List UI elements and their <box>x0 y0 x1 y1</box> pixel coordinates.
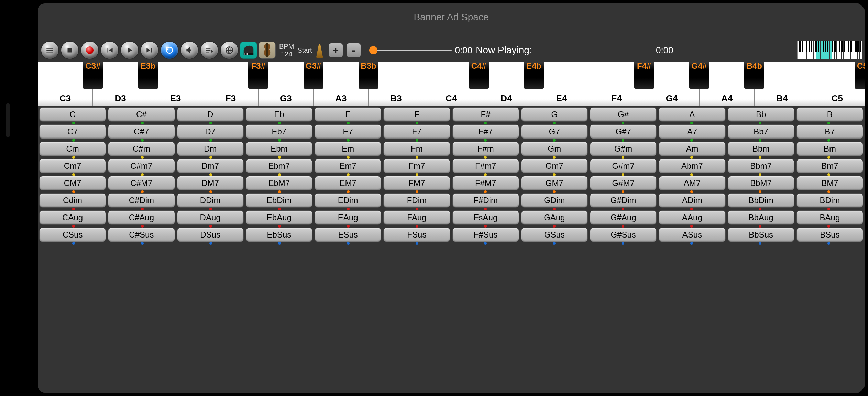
chord-button-F#Sus[interactable]: F#Sus <box>452 228 519 242</box>
chord-button-C#7[interactable]: C#7 <box>108 124 175 139</box>
play-button[interactable] <box>120 41 139 59</box>
volume-button[interactable] <box>180 41 199 59</box>
chord-button-G#m[interactable]: G#m <box>590 142 657 156</box>
chord-button-B[interactable]: B <box>796 107 863 122</box>
chord-button-Ebm7[interactable]: Ebm7 <box>246 159 312 173</box>
chord-button-Ebm[interactable]: Ebm <box>246 142 312 156</box>
chord-button-F#m[interactable]: F#m <box>452 142 519 156</box>
chord-button-G7[interactable]: G7 <box>521 124 588 139</box>
chord-button-DM7[interactable]: DM7 <box>177 176 244 190</box>
metronome-icon[interactable] <box>315 43 325 58</box>
black-key-B3b[interactable]: B3b <box>359 62 378 89</box>
instrument-strings-button[interactable] <box>259 42 276 59</box>
black-key-E4b[interactable]: E4b <box>524 62 544 89</box>
chord-button-F[interactable]: F <box>383 107 450 122</box>
chord-button-B7[interactable]: B7 <box>796 124 863 139</box>
bpm-minus-button[interactable]: - <box>347 43 361 57</box>
chord-button-ASus[interactable]: ASus <box>659 228 725 242</box>
chord-button-G#m7[interactable]: G#m7 <box>590 159 657 173</box>
chord-button-AAug[interactable]: AAug <box>659 210 725 225</box>
chord-button-FsAug[interactable]: FsAug <box>452 210 519 225</box>
chord-button-GDim[interactable]: GDim <box>521 193 588 208</box>
chord-button-E7[interactable]: E7 <box>315 124 381 139</box>
chord-button-C[interactable]: C <box>39 107 106 122</box>
black-key-F4#[interactable]: F4# <box>634 62 654 89</box>
chord-button-BbDim[interactable]: BbDim <box>728 193 794 208</box>
chord-button-GM7[interactable]: GM7 <box>521 176 588 190</box>
chord-button-ESus[interactable]: ESus <box>315 228 381 242</box>
chord-button-DSus[interactable]: DSus <box>177 228 244 242</box>
chord-button-Fm[interactable]: Fm <box>383 142 450 156</box>
chord-button-EAug[interactable]: EAug <box>315 210 381 225</box>
record-button[interactable] <box>80 41 99 59</box>
chord-button-BDim[interactable]: BDim <box>796 193 863 208</box>
chord-button-C#Sus[interactable]: C#Sus <box>108 228 175 242</box>
chord-button-BM7[interactable]: BM7 <box>796 176 863 190</box>
chord-button-C#m7[interactable]: C#m7 <box>108 159 175 173</box>
chord-button-D[interactable]: D <box>177 107 244 122</box>
chord-button-ADim[interactable]: ADim <box>659 193 725 208</box>
stop-button[interactable] <box>61 41 79 59</box>
chord-button-Cdim[interactable]: Cdim <box>39 193 106 208</box>
chord-button-Em7[interactable]: Em7 <box>315 159 381 173</box>
chord-button-F#[interactable]: F# <box>452 107 519 122</box>
chord-button-EbM7[interactable]: EbM7 <box>246 176 312 190</box>
chord-button-C#Dim[interactable]: C#Dim <box>108 193 175 208</box>
black-key-C3#[interactable]: C3# <box>83 62 103 89</box>
chord-button-Em[interactable]: Em <box>315 142 381 156</box>
web-button[interactable] <box>220 41 239 59</box>
chord-button-G#Aug[interactable]: G#Aug <box>590 210 657 225</box>
chord-button-C#m[interactable]: C#m <box>108 142 175 156</box>
chord-button-F#Dim[interactable]: F#Dim <box>452 193 519 208</box>
chord-button-BSus[interactable]: BSus <box>796 228 863 242</box>
black-key-G3#[interactable]: G3# <box>304 62 323 89</box>
chord-button-C#[interactable]: C# <box>108 107 175 122</box>
instrument-piano-button[interactable] <box>240 42 257 59</box>
chord-button-C#M7[interactable]: C#M7 <box>108 176 175 190</box>
chord-button-DDim[interactable]: DDim <box>177 193 244 208</box>
chord-button-GSus[interactable]: GSus <box>521 228 588 242</box>
chord-button-Fm7[interactable]: Fm7 <box>383 159 450 173</box>
black-key-G4#[interactable]: G4# <box>689 62 709 89</box>
chord-button-Eb7[interactable]: Eb7 <box>246 124 312 139</box>
chord-button-BbM7[interactable]: BbM7 <box>728 176 794 190</box>
chord-button-G#M7[interactable]: G#M7 <box>590 176 657 190</box>
chord-button-Eb[interactable]: Eb <box>246 107 312 122</box>
chord-button-CAug[interactable]: CAug <box>39 210 106 225</box>
chord-button-Bb[interactable]: Bb <box>728 107 794 122</box>
black-key-E3b[interactable]: E3b <box>138 62 158 89</box>
chord-button-G#7[interactable]: G#7 <box>590 124 657 139</box>
chord-button-G[interactable]: G <box>521 107 588 122</box>
black-key-B4b[interactable]: B4b <box>744 62 764 89</box>
black-key-C5#[interactable]: C5# <box>855 62 865 89</box>
chord-button-F#m7[interactable]: F#m7 <box>452 159 519 173</box>
chord-button-Dm7[interactable]: Dm7 <box>177 159 244 173</box>
chord-button-Cm7[interactable]: Cm7 <box>39 159 106 173</box>
chord-button-EDim[interactable]: EDim <box>315 193 381 208</box>
chord-button-BbAug[interactable]: BbAug <box>728 210 794 225</box>
chord-button-CSus[interactable]: CSus <box>39 228 106 242</box>
next-button[interactable] <box>140 41 159 59</box>
chord-button-Bbm7[interactable]: Bbm7 <box>728 159 794 173</box>
chord-button-DAug[interactable]: DAug <box>177 210 244 225</box>
chord-button-Am[interactable]: Am <box>659 142 725 156</box>
chord-button-F#7[interactable]: F#7 <box>452 124 519 139</box>
chord-button-G#[interactable]: G# <box>590 107 657 122</box>
slider-thumb[interactable] <box>369 46 377 54</box>
chord-button-Gm[interactable]: Gm <box>521 142 588 156</box>
chord-button-EM7[interactable]: EM7 <box>315 176 381 190</box>
chord-button-FSus[interactable]: FSus <box>383 228 450 242</box>
chord-button-BAug[interactable]: BAug <box>796 210 863 225</box>
menu-button[interactable] <box>41 41 59 59</box>
chord-button-FDim[interactable]: FDim <box>383 193 450 208</box>
chord-button-Dm[interactable]: Dm <box>177 142 244 156</box>
chord-button-F7[interactable]: F7 <box>383 124 450 139</box>
chord-button-E[interactable]: E <box>315 107 381 122</box>
chord-button-EbSus[interactable]: EbSus <box>246 228 312 242</box>
chord-button-C#Aug[interactable]: C#Aug <box>108 210 175 225</box>
chord-button-G#Sus[interactable]: G#Sus <box>590 228 657 242</box>
playlist-button[interactable] <box>200 41 219 59</box>
chord-button-C7[interactable]: C7 <box>39 124 106 139</box>
keyboard-range-overview[interactable] <box>797 41 862 59</box>
loop-button[interactable] <box>160 41 179 59</box>
